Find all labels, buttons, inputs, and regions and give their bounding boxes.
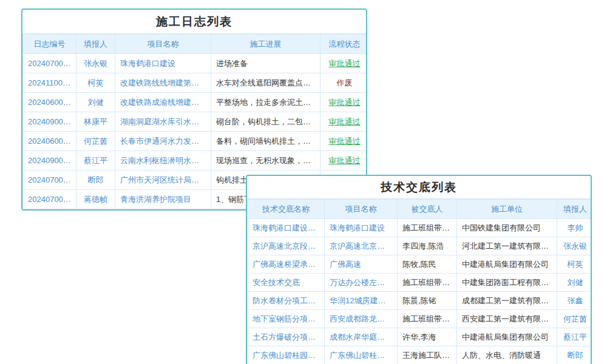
reporter-link[interactable]: 柯英 [557, 255, 592, 274]
status-link[interactable]: 审批通过 [320, 151, 368, 170]
table-row: 防水卷材分项工程施...华润12城房建工...陈晨,陈铭成都建工第一建筑有限责任… [248, 292, 592, 310]
reporter-link[interactable]: 刘健 [557, 274, 592, 292]
progress-text: 平整场地，拉走多余泥土15辆... [211, 93, 320, 112]
table-row: 广佛高速桥梁承台施...广佛高速陈牧,陈民中建港航局集团有限公司柯英 [248, 255, 592, 274]
construction-log-title: 施工日志列表 [22, 10, 366, 34]
project-link[interactable]: 改建铁路线线增建第二线直... [115, 73, 211, 93]
status-link[interactable]: 审批通过 [320, 93, 368, 112]
project-link[interactable]: 成都水岸华庭名苑... [325, 328, 398, 346]
table-row: 2024060005何芷茵长春市伊通河水力发电厂...备料，砌间墙钩机排土，瓦工… [23, 132, 368, 151]
reporter-link[interactable]: 张鑫 [557, 292, 592, 310]
table-row: 2024060006刘健改建铁路成渝线增建第二...平整场地，拉走多余泥土15辆… [23, 93, 368, 112]
project-link[interactable]: 长春市伊通河水力发电厂... [115, 132, 211, 151]
project-link[interactable]: 华润12城房建工... [325, 292, 398, 310]
receiver-text: 许华,李海 [398, 328, 457, 346]
reporter-link[interactable]: 蔡江平 [76, 151, 115, 170]
reporter-link[interactable]: 张永银 [557, 237, 592, 255]
receiver-text: 施工班组带班... [398, 219, 457, 237]
reporter-link[interactable]: 何芷茵 [557, 310, 592, 328]
column-header: 填报人 [76, 35, 115, 54]
table-row: 安全技术交底万达办公楼左侧A...施工班组带班...中建集团路面工程有限公司刘健 [248, 274, 592, 292]
reporter-link[interactable]: 柯英 [76, 73, 115, 93]
disclosure-link[interactable]: 土石方爆破分项工程... [248, 328, 325, 346]
project-link[interactable]: 广东佛山碧桂园项目 [325, 346, 398, 364]
column-header: 被交底人 [398, 200, 457, 219]
reporter-link[interactable]: 李帅 [557, 219, 592, 237]
project-link[interactable]: 万达办公楼左侧A... [325, 274, 398, 292]
receiver-text: 陈晨,陈铭 [398, 292, 457, 310]
company-text: 中建集团路面工程有限公司 [457, 274, 557, 292]
project-link[interactable]: 云南水利枢纽潜明水库一... [115, 151, 211, 170]
reporter-link[interactable]: 何芷茵 [76, 132, 115, 151]
disclosure-link[interactable]: 防水卷材分项工程施... [248, 292, 325, 310]
table-row: 土石方爆破分项工程...成都水岸华庭名苑...许华,李海中建港航局集团有限公司蔡… [248, 328, 592, 346]
table-row: 珠海鹤港口建设抗浮...珠海鹤港口建设施工班组带班...中国铁建集团有限公司李帅 [248, 219, 592, 237]
disclosure-link[interactable]: 广东佛山碧桂园项目... [248, 346, 325, 364]
column-header: 技术交底名称 [248, 200, 325, 219]
receiver-text: 王海施工队全队 [398, 346, 457, 364]
table-row: 京沪高速北京段维修...京沪高速北京段维修李四海,陈浩河北建工第一建筑有限责任公… [248, 237, 592, 255]
tech-table-header-row: 技术交底名称项目名称被交底人施工单位填报人 [248, 200, 592, 219]
progress-text: 砌台阶，钩机排土，二包砌间... [211, 112, 320, 132]
column-header: 项目名称 [325, 200, 398, 219]
company-text: 人防、水电、消防暖通 [457, 346, 557, 364]
project-link[interactable]: 广佛高速 [325, 255, 398, 274]
disclosure-link[interactable]: 京沪高速北京段维修... [248, 237, 325, 255]
progress-text: 现场巡查，无积水现象，水马... [211, 151, 320, 170]
status-link[interactable]: 审批通过 [320, 54, 368, 73]
log-id-link[interactable]: 2024070009 [23, 190, 76, 209]
company-text: 成都建工第一建筑有限责任公司 [457, 292, 557, 310]
table-row: 2024070011张永银珠海鹤港口建设进场准备审批通过 [23, 54, 368, 73]
reporter-link[interactable]: 蒋德帧 [76, 190, 115, 209]
reporter-link[interactable]: 刘健 [76, 93, 115, 112]
company-text: 西安建工第一建筑有限责任公司 [457, 310, 557, 328]
disclosure-link[interactable]: 珠海鹤港口建设抗浮... [248, 219, 325, 237]
status-link[interactable]: 作废 [320, 73, 368, 93]
disclosure-link[interactable]: 地下室钢筋分项工程... [248, 310, 325, 328]
log-id-link[interactable]: 2024060006 [23, 93, 76, 112]
reporter-link[interactable]: 断郎 [557, 346, 592, 364]
project-link[interactable]: 珠海鹤港口建设 [325, 219, 398, 237]
company-text: 中国铁建集团有限公司 [457, 219, 557, 237]
log-id-link[interactable]: 2024070011 [23, 54, 76, 73]
log-id-link[interactable]: 2024070011 [23, 170, 76, 190]
project-link[interactable]: 西安成都路龙湖上... [325, 310, 398, 328]
receiver-text: 陈牧,陈民 [398, 255, 457, 274]
log-id-link[interactable]: 2024090009 [23, 151, 76, 170]
column-header: 填报人 [557, 200, 592, 219]
log-id-link[interactable]: 2024110002 [23, 73, 76, 93]
company-text: 中建港航局集团有限公司 [457, 328, 557, 346]
log-id-link[interactable]: 2024090009 [23, 112, 76, 132]
column-header: 施工进展 [211, 35, 320, 54]
table-row: 2024110002柯英改建铁路线线增建第二线直...水车对全线遮阳网覆盖点进行… [23, 73, 368, 93]
progress-text: 备料，砌间墙钩机排土，瓦工... [211, 132, 320, 151]
log-id-link[interactable]: 2024060005 [23, 132, 76, 151]
reporter-link[interactable]: 断郎 [76, 170, 115, 190]
status-link[interactable]: 审批通过 [320, 112, 368, 132]
disclosure-link[interactable]: 安全技术交底 [248, 274, 325, 292]
table-row: 广东佛山碧桂园项目...广东佛山碧桂园项目王海施工队全队人防、水电、消防暖通断郎 [248, 346, 592, 364]
project-link[interactable]: 京沪高速北京段维修 [325, 237, 398, 255]
project-link[interactable]: 广州市天河区统计局机房... [115, 170, 211, 190]
tech-disclosure-table: 技术交底名称项目名称被交底人施工单位填报人 珠海鹤港口建设抗浮...珠海鹤港口建… [247, 199, 592, 364]
progress-text: 水车对全线遮阳网覆盖点进行... [211, 73, 320, 93]
reporter-link[interactable]: 蔡江平 [557, 328, 592, 346]
progress-text: 进场准备 [211, 54, 320, 73]
project-link[interactable]: 湖南洞庭湖水库引水工程... [115, 112, 211, 132]
column-header: 流程状态 [320, 35, 368, 54]
project-link[interactable]: 改建铁路成渝线增建第二... [115, 93, 211, 112]
tech-disclosure-title: 技术交底列表 [247, 176, 591, 199]
log-table-header-row: 日志编号填报人项目名称施工进展流程状态 [23, 35, 368, 54]
status-link[interactable]: 审批通过 [320, 132, 368, 151]
table-row: 2024090009林康平湖南洞庭湖水库引水工程...砌台阶，钩机排土，二包砌间… [23, 112, 368, 132]
column-header: 施工单位 [457, 200, 557, 219]
project-link[interactable]: 青海洪湖养护院项目 [115, 190, 211, 209]
column-header: 日志编号 [23, 35, 76, 54]
table-row: 地下室钢筋分项工程...西安成都路龙湖上...施工班组带班...西安建工第一建筑… [248, 310, 592, 328]
reporter-link[interactable]: 张永银 [76, 54, 115, 73]
company-text: 中建港航局集团有限公司 [457, 255, 557, 274]
project-link[interactable]: 珠海鹤港口建设 [115, 54, 211, 73]
disclosure-link[interactable]: 广佛高速桥梁承台施... [248, 255, 325, 274]
company-text: 河北建工第一建筑有限责任公司 [457, 237, 557, 255]
reporter-link[interactable]: 林康平 [76, 112, 115, 132]
